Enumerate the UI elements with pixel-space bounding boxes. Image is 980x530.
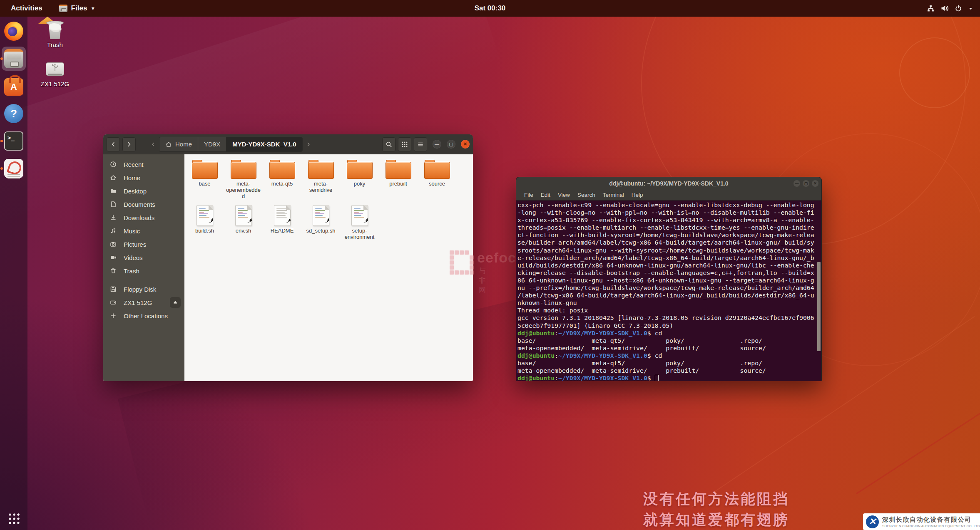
terminal-maximize-button[interactable]: ▢	[803, 180, 809, 187]
eject-button[interactable]	[170, 297, 181, 308]
terminal-menu-help[interactable]: Help	[628, 192, 647, 198]
terminal-icon	[4, 131, 23, 151]
sidebar-item-zx1-512g[interactable]: ZX1 512G	[103, 296, 184, 309]
activities-button[interactable]: Activities	[0, 0, 53, 17]
sidebar-item-documents[interactable]: Documents	[103, 198, 184, 211]
sidebar-item-videos[interactable]: Videos	[103, 251, 184, 264]
volume-indicator[interactable]	[940, 4, 949, 12]
grid-view-icon	[401, 141, 408, 148]
sidebar-item-desktop[interactable]: Desktop	[103, 184, 184, 198]
terminal-text: meta-openembedded/ meta-semidrive/ prebu…	[517, 344, 766, 352]
terminal-line: base/ meta-qt5/ poky/ .repo/	[517, 337, 821, 344]
sidebar-item-floppy-disk[interactable]: Floppy Disk	[103, 282, 184, 296]
back-button[interactable]	[107, 137, 120, 151]
path-scroll-right[interactable]	[306, 142, 311, 147]
pixel-cell	[455, 270, 459, 275]
file-item[interactable]: sd_setup.sh	[301, 203, 340, 240]
terminal-close-button[interactable]: ✕	[812, 180, 818, 187]
sidebar-item-music[interactable]: Music	[103, 224, 184, 238]
text-line	[238, 212, 243, 213]
sidebar-item-home[interactable]: Home	[103, 171, 184, 184]
view-grid-button[interactable]	[398, 137, 411, 151]
folder-item[interactable]: source	[418, 156, 456, 203]
folder-item[interactable]: poky	[340, 156, 379, 203]
file-item[interactable]: README	[263, 203, 301, 240]
file-item[interactable]: build.sh	[185, 203, 224, 240]
window-menu-button[interactable]	[414, 137, 427, 151]
maximize-button[interactable]: ▢	[447, 140, 455, 149]
executable-arrow-icon	[208, 217, 214, 225]
dock-item-terminal[interactable]	[2, 129, 26, 153]
terminal-line: meta-openembedded/ meta-semidrive/ prebu…	[517, 367, 821, 374]
terminal-text: :	[555, 352, 558, 359]
folder-label: meta-openembedded	[226, 181, 261, 199]
terminal-menu-file[interactable]: File	[520, 192, 537, 198]
terminal-scrollbar-thumb[interactable]	[817, 262, 821, 351]
dock-item-help[interactable]	[2, 102, 26, 126]
folder-item[interactable]: meta-semidrive	[301, 156, 340, 203]
path-segment-yd9x[interactable]: YD9X	[198, 137, 226, 151]
file-label: build.sh	[187, 228, 222, 234]
terminal-menu-terminal[interactable]: Terminal	[599, 192, 628, 198]
sidebar-item-label: Documents	[124, 201, 155, 208]
terminal-menu-view[interactable]: View	[554, 192, 574, 198]
sidebar-item-trash[interactable]: Trash	[103, 264, 184, 277]
dock-item-document-viewer[interactable]	[2, 156, 26, 181]
path-segment-myd-yd9x-sdk_v1.0[interactable]: MYD-YD9X-SDK_V1.0	[226, 137, 302, 151]
minimize-button[interactable]: —	[433, 140, 441, 149]
terminal-minimize-button[interactable]: —	[793, 180, 800, 187]
folder-label: source	[420, 181, 455, 187]
clock[interactable]: Sat 00:30	[475, 4, 506, 12]
terminal-line: cking=release --disable-bootstrap --enab…	[517, 269, 821, 277]
terminal-line: nu --prefix=/home/tcwg-buildslave/worksp…	[517, 284, 821, 292]
dock-item-ubuntu-software[interactable]	[2, 74, 26, 98]
folder-grid-row: basemeta-openembeddedmeta-qt5meta-semidr…	[184, 156, 473, 203]
chevron-down-indicator[interactable]	[968, 6, 973, 11]
search-button[interactable]	[382, 137, 395, 151]
folder-item[interactable]: meta-qt5	[263, 156, 301, 203]
terminal-menu-edit[interactable]: Edit	[537, 192, 554, 198]
folder-icon	[347, 160, 373, 179]
app-menu-files[interactable]: Files ▾	[53, 0, 100, 17]
path-segment-home[interactable]: Home	[159, 137, 198, 151]
desktop-icon-trash[interactable]: Trash	[36, 20, 74, 48]
folder-icon	[308, 160, 334, 179]
sidebar-item-downloads[interactable]: Downloads	[103, 211, 184, 224]
sidebar-item-pictures[interactable]: Pictures	[103, 238, 184, 251]
folder-item[interactable]: meta-openembedded	[224, 156, 263, 203]
running-indicator	[0, 140, 3, 142]
terminal-line: base/ meta-qt5/ poky/ .repo/	[517, 359, 821, 367]
sidebar-item-other-locations[interactable]: Other Locations	[103, 309, 184, 322]
network-indicator[interactable]	[927, 5, 935, 12]
power-indicator[interactable]	[955, 5, 962, 12]
file-item[interactable]: setup-environment	[340, 203, 379, 240]
terminal-titlebar[interactable]: ddj@ubuntu: ~/YD9X/MYD-YD9X-SDK_V1.0 — ▢…	[516, 177, 821, 190]
file-item[interactable]: env.sh	[224, 203, 263, 240]
folder-item[interactable]: base	[185, 156, 224, 203]
apps-grid-icon	[8, 513, 20, 524]
system-tray[interactable]	[927, 0, 976, 17]
desktop-icon-label: Trash	[36, 41, 74, 48]
close-button[interactable]: ✕	[461, 140, 470, 149]
sidebar-item-label: Pictures	[124, 241, 146, 248]
sidebar-item-recent[interactable]: Recent	[103, 158, 184, 171]
pixel-cell	[450, 250, 454, 255]
show-applications-button[interactable]	[0, 509, 27, 528]
files-content[interactable]: basemeta-openembeddedmeta-qt5meta-semidr…	[184, 154, 473, 381]
terminal-window: ddj@ubuntu: ~/YD9X/MYD-YD9X-SDK_V1.0 — ▢…	[516, 177, 822, 381]
terminal-line: -long --with-cloog=no --with-ppl=no --wi…	[517, 209, 821, 216]
terminal-menu-search[interactable]: Search	[574, 192, 599, 198]
dock-item-files[interactable]	[2, 47, 26, 71]
path-scroll-left[interactable]	[151, 142, 156, 147]
company-logo-box: ✕ 深圳长欣自动化设备有限公司 SHENZHEN CHANGXIN AUTOMA…	[863, 513, 980, 530]
forward-button[interactable]	[122, 137, 136, 151]
company-logo-text: 深圳长欣自动化设备有限公司 SHENZHEN CHANGXIN AUTOMATI…	[882, 516, 980, 528]
dock-item-firefox[interactable]	[2, 19, 26, 43]
terminal-output[interactable]: cxx-pch --enable-c99 --enable-clocale=gn…	[516, 201, 821, 381]
folder-label: meta-semidrive	[303, 181, 338, 193]
text-line	[276, 208, 286, 209]
folder-item[interactable]: prebuilt	[379, 156, 418, 203]
desktop-icon-usb-drive[interactable]: ZX1 512G	[36, 59, 74, 87]
pixel-cell	[465, 255, 469, 260]
top-panel: Activities Files ▾ Sat 00:30	[0, 0, 980, 17]
